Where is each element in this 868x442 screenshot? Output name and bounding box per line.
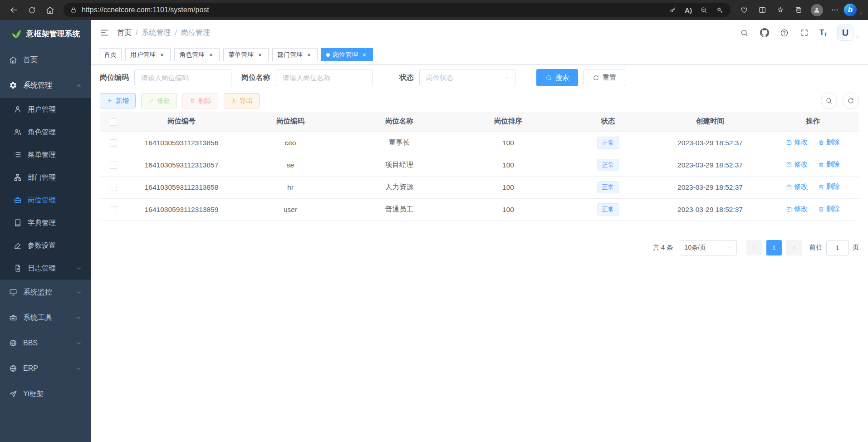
row-checkbox[interactable] <box>110 206 117 213</box>
chevron-down-icon <box>76 366 82 372</box>
browser-essentials-icon[interactable] <box>735 2 753 18</box>
sidebar-item-parameters[interactable]: 参数设置 <box>0 234 91 257</box>
globe-icon <box>9 364 17 373</box>
close-icon[interactable]: × <box>305 51 313 59</box>
bing-icon[interactable]: b <box>844 4 857 16</box>
app-header: 首页 / 系统管理 / 岗位管理 TT U <box>91 20 868 45</box>
users-icon <box>14 128 22 136</box>
sidebar-item-dictionary[interactable]: 字典管理 <box>0 211 91 234</box>
row-edit-link[interactable]: 修改 <box>786 182 808 191</box>
row-delete-link[interactable]: 删除 <box>818 138 840 147</box>
sidebar-item-roles[interactable]: 角色管理 <box>0 121 91 143</box>
post-name-input[interactable] <box>276 69 373 86</box>
sidebar-item-erp[interactable]: ERP <box>0 356 91 381</box>
sidebar-item-system[interactable]: 系统管理 <box>0 73 91 98</box>
post-name-label: 岗位名称 <box>241 73 270 83</box>
back-icon[interactable] <box>5 2 23 18</box>
page-unit-label: 页 <box>853 243 859 252</box>
favorites-star-icon[interactable] <box>711 4 727 16</box>
tab-departments[interactable]: 部门管理× <box>272 48 318 61</box>
refresh-table-button[interactable] <box>843 93 859 109</box>
password-key-icon[interactable] <box>665 4 681 16</box>
select-all-checkbox[interactable] <box>110 118 117 126</box>
help-icon[interactable] <box>780 28 790 38</box>
collections-icon[interactable] <box>790 2 808 18</box>
profile-avatar[interactable] <box>808 2 826 18</box>
row-checkbox[interactable] <box>110 139 117 147</box>
system-submenu: 用户管理 角色管理 菜单管理 部门管理 <box>0 98 91 280</box>
status-filter: 状态 岗位状态 <box>399 69 515 86</box>
github-icon[interactable] <box>760 28 770 38</box>
sidebar-item-monitor[interactable]: 系统监控 <box>0 280 91 305</box>
zoom-out-icon[interactable] <box>696 4 711 16</box>
sidebar-item-posts[interactable]: 岗位管理 <box>0 189 91 211</box>
text-size-icon[interactable]: TT <box>819 28 827 37</box>
cell-created: 2023-03-29 18:52:37 <box>653 154 767 176</box>
list-icon <box>14 151 22 159</box>
reload-icon[interactable] <box>23 2 41 18</box>
more-menu-icon[interactable] <box>826 2 844 18</box>
address-bar[interactable]: https://ccnetcore.com:1101/system/post A… <box>64 3 731 17</box>
sidebar-item-tools[interactable]: 系统工具 <box>0 305 91 330</box>
table-row: 1641030593112313857 se 项目经理 100 正常 2023-… <box>100 154 859 176</box>
favorites-bar-icon[interactable] <box>771 2 790 18</box>
cell-post-sort: 100 <box>454 154 563 176</box>
row-checkbox[interactable] <box>110 184 117 191</box>
sidebar-item-departments[interactable]: 部门管理 <box>0 166 91 189</box>
tab-menus[interactable]: 菜单管理× <box>223 48 269 61</box>
sidebar-item-logs[interactable]: 日志管理 <box>0 257 91 280</box>
status-select[interactable]: 岗位状态 <box>419 69 515 86</box>
breadcrumb-home[interactable]: 首页 <box>117 28 132 38</box>
close-icon[interactable]: × <box>158 51 166 59</box>
reset-button[interactable]: 重置 <box>584 69 625 86</box>
search-button[interactable]: 搜索 <box>536 69 578 86</box>
header-search-icon[interactable] <box>740 28 750 38</box>
close-icon[interactable]: × <box>256 51 264 59</box>
row-delete-link[interactable]: 删除 <box>818 160 840 169</box>
row-delete-link[interactable]: 删除 <box>818 205 840 213</box>
sidebar-item-yi-framework[interactable]: Yi框架 <box>0 381 91 407</box>
tab-home[interactable]: 首页 <box>99 48 122 61</box>
toggle-search-button[interactable] <box>821 93 837 109</box>
header-actions: TT U <box>740 25 860 41</box>
page-number-button[interactable]: 1 <box>766 240 782 255</box>
prev-page-button[interactable] <box>746 240 762 255</box>
post-code-input[interactable] <box>134 69 231 86</box>
cell-post-id: 1641030593112313856 <box>127 132 236 154</box>
close-icon[interactable]: × <box>207 51 215 59</box>
bing-caret-icon[interactable] <box>858 11 863 16</box>
row-edit-link[interactable]: 修改 <box>786 138 808 147</box>
post-table: 岗位编号 岗位编码 岗位名称 岗位排序 状态 创建时间 操作 16410305 <box>100 112 859 221</box>
sidebar-item-menus[interactable]: 菜单管理 <box>0 143 91 166</box>
read-aloud-icon[interactable]: A) <box>681 4 696 16</box>
sidebar-item-users[interactable]: 用户管理 <box>0 98 91 121</box>
home-icon[interactable] <box>41 2 59 18</box>
page-size-select[interactable]: 10条/页 <box>680 240 737 255</box>
user-menu[interactable]: U <box>837 25 860 41</box>
delete-button[interactable]: 删除 <box>182 93 218 108</box>
tab-roles[interactable]: 角色管理× <box>174 48 220 61</box>
export-button[interactable]: 导出 <box>224 93 260 108</box>
row-edit-link[interactable]: 修改 <box>786 205 808 213</box>
split-screen-icon[interactable] <box>753 2 771 18</box>
chevron-up-icon <box>76 83 82 88</box>
fullscreen-icon[interactable] <box>799 28 809 38</box>
row-edit-link[interactable]: 修改 <box>786 160 808 169</box>
sidebar-item-home[interactable]: 首页 <box>0 47 91 73</box>
cell-created: 2023-03-29 18:52:37 <box>653 176 767 198</box>
row-delete-link[interactable]: 删除 <box>818 182 840 191</box>
sidebar-toggle-icon[interactable] <box>99 27 110 38</box>
chevron-down-icon <box>504 75 510 80</box>
chevron-down-icon <box>76 315 82 321</box>
column-actions: 操作 <box>767 112 859 132</box>
add-button[interactable]: 新增 <box>100 93 136 108</box>
row-checkbox[interactable] <box>110 162 117 169</box>
close-icon[interactable]: × <box>361 51 368 59</box>
breadcrumb-section[interactable]: 系统管理 <box>142 28 171 38</box>
next-page-button[interactable] <box>786 240 802 255</box>
sidebar-item-bbs[interactable]: BBS <box>0 330 91 356</box>
edit-button[interactable]: 修改 <box>141 93 177 108</box>
tab-posts[interactable]: 岗位管理× <box>321 48 373 61</box>
goto-page-input[interactable] <box>826 240 849 255</box>
tab-users[interactable]: 用户管理× <box>125 48 171 61</box>
